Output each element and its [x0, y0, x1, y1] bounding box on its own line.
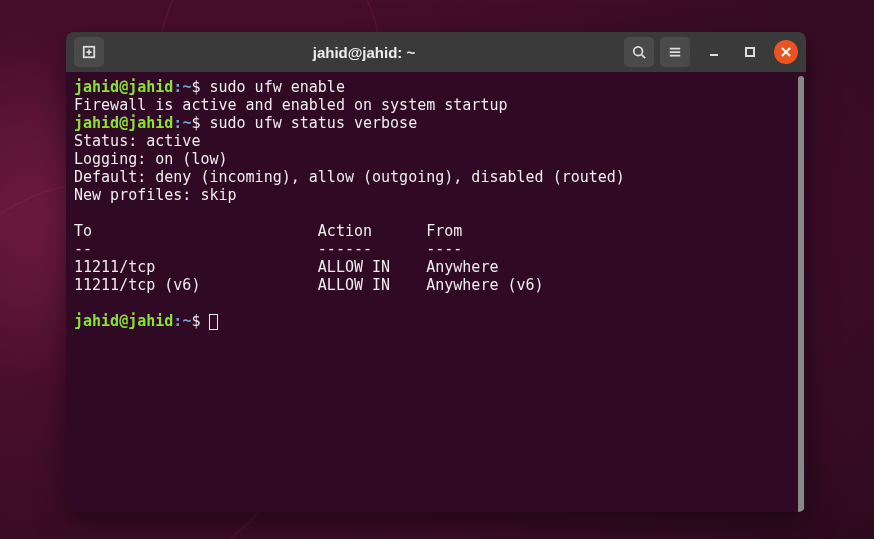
new-tab-icon — [82, 45, 96, 59]
terminal-window: jahid@jahid: ~ jahid@jahid:~$ sudo ufw e… — [66, 32, 806, 512]
output-line: Firewall is active and enabled on system… — [74, 96, 507, 114]
prompt-symbol: $ — [191, 114, 200, 132]
prompt-symbol: $ — [191, 312, 200, 330]
titlebar[interactable]: jahid@jahid: ~ — [66, 32, 806, 72]
search-button[interactable] — [624, 37, 654, 67]
close-button[interactable] — [774, 40, 798, 64]
close-icon — [781, 47, 791, 57]
maximize-button[interactable] — [738, 40, 762, 64]
terminal-output[interactable]: jahid@jahid:~$ sudo ufw enable Firewall … — [66, 72, 796, 512]
prompt-user: jahid@jahid — [74, 78, 173, 96]
minimize-button[interactable] — [702, 40, 726, 64]
output-line: Default: deny (incoming), allow (outgoin… — [74, 168, 625, 186]
svg-rect-9 — [746, 48, 754, 56]
cursor — [209, 314, 218, 330]
minimize-icon — [709, 47, 719, 57]
prompt-user: jahid@jahid — [74, 312, 173, 330]
svg-line-4 — [642, 55, 646, 59]
output-line: Logging: on (low) — [74, 150, 228, 168]
command-2: sudo ufw status verbose — [209, 114, 417, 132]
scrollbar-thumb[interactable] — [798, 76, 804, 512]
output-line: Status: active — [74, 132, 200, 150]
svg-point-3 — [634, 47, 643, 56]
menu-button[interactable] — [660, 37, 690, 67]
table-header: To Action From — [74, 222, 462, 240]
hamburger-icon — [668, 45, 682, 59]
new-tab-button[interactable] — [74, 37, 104, 67]
window-title: jahid@jahid: ~ — [110, 44, 618, 61]
prompt-user: jahid@jahid — [74, 114, 173, 132]
search-icon — [632, 45, 646, 59]
table-divider: -- ------ ---- — [74, 240, 462, 258]
table-row: 11211/tcp ALLOW IN Anywhere — [74, 258, 498, 276]
scrollbar[interactable] — [796, 72, 806, 512]
table-row: 11211/tcp (v6) ALLOW IN Anywhere (v6) — [74, 276, 544, 294]
command-1: sudo ufw enable — [209, 78, 344, 96]
prompt-symbol: $ — [191, 78, 200, 96]
output-line: New profiles: skip — [74, 186, 237, 204]
terminal-area[interactable]: jahid@jahid:~$ sudo ufw enable Firewall … — [66, 72, 806, 512]
maximize-icon — [745, 47, 755, 57]
